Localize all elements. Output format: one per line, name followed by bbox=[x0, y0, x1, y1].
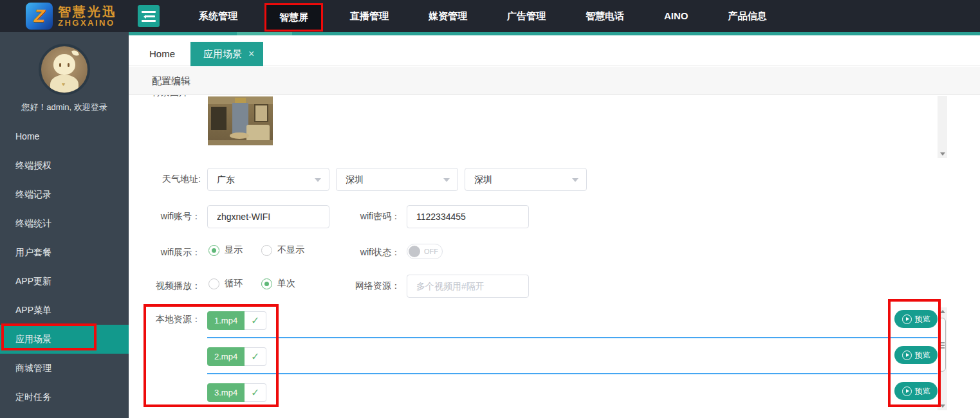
clipped-field-label: 背景图片： bbox=[152, 95, 197, 98]
list-scrollbar[interactable] bbox=[938, 307, 947, 410]
topnav-item-system[interactable]: 系统管理 bbox=[186, 0, 250, 32]
sidebar-item-home[interactable]: Home bbox=[0, 122, 129, 151]
scrollbar-thumb[interactable] bbox=[938, 318, 946, 372]
wifi-status-label: wifi状态： bbox=[336, 247, 400, 259]
sidebar-item-terminal-record[interactable]: 终端记录 bbox=[0, 180, 129, 209]
main-content: Home 应用场景 × 配置编辑 背景图片： 天气地址: 广东 深圳 bbox=[129, 35, 980, 418]
preview-button-1[interactable]: 预览 bbox=[894, 310, 938, 328]
sidebar-item-terminal-auth[interactable]: 终端授权 bbox=[0, 151, 129, 180]
chevron-down-icon bbox=[443, 178, 450, 185]
sidebar-item-app-menu[interactable]: APP菜单 bbox=[0, 296, 129, 325]
tab-bar: Home 应用场景 × bbox=[129, 35, 980, 66]
wifi-status-toggle[interactable]: OFF bbox=[407, 244, 443, 259]
sidebar-item-app-scene[interactable]: 应用场景 bbox=[0, 325, 129, 354]
brand-logo: Z 智慧光迅 ZHGXAINO bbox=[0, 3, 129, 30]
radio-loop[interactable]: 循环 bbox=[208, 278, 243, 289]
radio-unselected-icon bbox=[208, 278, 219, 289]
wifi-password-input[interactable] bbox=[407, 205, 529, 228]
brand-name-en: ZHGXAINO bbox=[58, 19, 117, 28]
tab-home[interactable]: Home bbox=[136, 42, 188, 66]
check-icon[interactable]: ✓ bbox=[245, 383, 266, 402]
play-icon bbox=[902, 314, 912, 324]
network-resource-label: 网络资源： bbox=[336, 280, 400, 292]
upper-scrollbar[interactable] bbox=[938, 96, 947, 158]
wifi-password-label: wifi密码： bbox=[336, 211, 400, 223]
top-nav: 系统管理 智慧屏 直播管理 媒资管理 广告管理 智慧电话 AINO 产品信息 bbox=[179, 0, 787, 32]
breadcrumb: 配置编辑 bbox=[152, 67, 190, 95]
sidebar: ♥ 您好！admin, 欢迎登录 Home 终端授权 终端记录 终端统计 用户套… bbox=[0, 32, 129, 418]
radio-show[interactable]: 显示 bbox=[208, 244, 243, 256]
topnav-item-smartscreen[interactable]: 智慧屏 bbox=[264, 3, 323, 32]
wifi-display-label: wifi展示： bbox=[135, 247, 201, 259]
sidebar-item-timed-task[interactable]: 定时任务 bbox=[0, 383, 129, 412]
topnav-item-phone[interactable]: 智慧电话 bbox=[573, 0, 637, 32]
topnav-item-media[interactable]: 媒资管理 bbox=[416, 0, 480, 32]
city-select[interactable]: 深圳 bbox=[336, 168, 458, 191]
menu-collapse-icon[interactable] bbox=[138, 5, 160, 27]
row-separator bbox=[207, 373, 938, 374]
network-resource-input[interactable] bbox=[407, 275, 529, 298]
video-play-label: 视频播放： bbox=[135, 280, 201, 292]
config-form: 背景图片： 天气地址: 广东 深圳 深圳 wifi账号： wifi密码： wif… bbox=[129, 95, 980, 418]
sidebar-item-mall[interactable]: 商城管理 bbox=[0, 354, 129, 383]
brand-logo-icon: Z bbox=[26, 3, 53, 30]
radio-unselected-icon bbox=[261, 245, 272, 256]
preview-button-2[interactable]: 预览 bbox=[894, 346, 938, 364]
preview-button-3[interactable]: 预览 bbox=[894, 382, 938, 400]
breadcrumb-bar: 配置编辑 bbox=[129, 67, 980, 95]
radio-hide[interactable]: 不显示 bbox=[261, 244, 304, 256]
radio-selected-icon bbox=[261, 278, 272, 289]
scroll-down-icon[interactable] bbox=[938, 149, 947, 158]
check-icon[interactable]: ✓ bbox=[245, 347, 266, 366]
topnav-item-product[interactable]: 产品信息 bbox=[716, 0, 780, 32]
chevron-down-icon bbox=[572, 178, 578, 185]
sidebar-menu: Home 终端授权 终端记录 终端统计 用户套餐 APP更新 APP菜单 应用场… bbox=[0, 122, 129, 412]
check-icon[interactable]: ✓ bbox=[245, 311, 266, 330]
topnav-item-live[interactable]: 直播管理 bbox=[337, 0, 402, 32]
topnav-item-aino[interactable]: AINO bbox=[651, 0, 701, 32]
brand-name-cn: 智慧光迅 bbox=[58, 5, 117, 19]
avatar[interactable]: ♥ bbox=[39, 44, 90, 95]
play-icon bbox=[902, 386, 912, 396]
file-tag-1[interactable]: 1.mp4 ✓ bbox=[207, 311, 266, 330]
top-bar: Z 智慧光迅 ZHGXAINO 系统管理 智慧屏 直播管理 媒资管理 广告管理 … bbox=[0, 0, 980, 32]
sidebar-item-app-update[interactable]: APP更新 bbox=[0, 267, 129, 296]
chevron-down-icon bbox=[315, 178, 321, 185]
scroll-down-icon[interactable] bbox=[938, 401, 947, 410]
greeting-text: 您好！admin, 欢迎登录 bbox=[0, 102, 129, 113]
background-image-thumbnail[interactable] bbox=[208, 96, 273, 145]
province-select[interactable]: 广东 bbox=[207, 168, 329, 191]
scroll-up-icon[interactable] bbox=[938, 307, 947, 316]
tab-app-scene-label: 应用场景 bbox=[203, 42, 242, 66]
district-select[interactable]: 深圳 bbox=[465, 168, 587, 191]
radio-once[interactable]: 单次 bbox=[261, 278, 295, 289]
local-resource-label: 本地资源： bbox=[135, 314, 201, 325]
weather-label: 天气地址: bbox=[135, 174, 201, 185]
row-separator bbox=[207, 337, 938, 338]
sidebar-item-user-package[interactable]: 用户套餐 bbox=[0, 238, 129, 267]
file-tag-3[interactable]: 3.mp4 ✓ bbox=[207, 383, 266, 402]
file-tag-2[interactable]: 2.mp4 ✓ bbox=[207, 347, 266, 366]
play-icon bbox=[902, 350, 912, 360]
tab-app-scene[interactable]: 应用场景 × bbox=[190, 42, 263, 66]
wifi-account-input[interactable] bbox=[207, 205, 329, 228]
radio-selected-icon bbox=[208, 245, 219, 256]
topnav-item-ads[interactable]: 广告管理 bbox=[494, 0, 559, 32]
wifi-account-label: wifi账号： bbox=[135, 211, 201, 223]
sidebar-item-terminal-stats[interactable]: 终端统计 bbox=[0, 209, 129, 238]
close-icon[interactable]: × bbox=[248, 49, 254, 59]
